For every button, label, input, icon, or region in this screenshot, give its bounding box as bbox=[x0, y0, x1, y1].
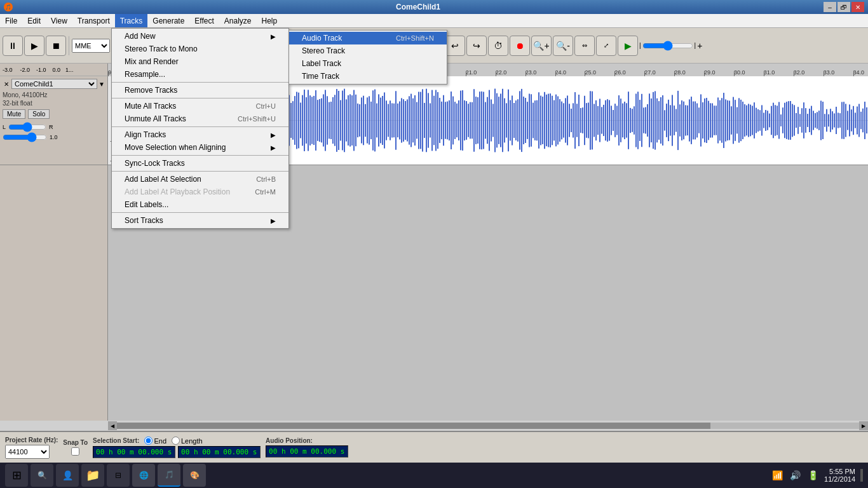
menu-view[interactable]: View bbox=[46, 14, 72, 27]
clock-area[interactable]: 5:55 PM 11/2/2014 bbox=[824, 468, 855, 483]
ruler-mark: 29.0 bbox=[704, 69, 715, 76]
audio-position-label: Audio Position: bbox=[266, 437, 348, 444]
menu-sep6 bbox=[112, 212, 288, 213]
metronome-btn[interactable]: ⏱ bbox=[488, 36, 508, 56]
add-new-item[interactable]: Add New ▶ Audio Track Ctrl+Shift+N Stere… bbox=[112, 30, 288, 43]
redo-btn[interactable]: ↪ bbox=[466, 36, 487, 56]
snap-to-group: Snap To bbox=[63, 439, 88, 456]
snap-to-checkbox[interactable] bbox=[63, 447, 88, 456]
ruler-line bbox=[764, 71, 764, 76]
sort-tracks-item[interactable]: Sort Tracks ▶ bbox=[112, 214, 288, 227]
ruler-mark: 28.0 bbox=[674, 69, 686, 76]
label-track-item[interactable]: Label Track bbox=[289, 57, 447, 70]
ruler-mark: 32.0 bbox=[794, 69, 805, 76]
mute-button[interactable]: Mute bbox=[3, 109, 25, 119]
track-controls-panel: ✕ ComeChild1 ▼ Mono, 44100Hz 32-bit floa… bbox=[0, 76, 108, 421]
zoom-in-btn[interactable]: 🔍+ bbox=[531, 36, 552, 56]
volume-sys-icon[interactable]: 🔊 bbox=[789, 469, 801, 482]
length-radio[interactable] bbox=[172, 437, 180, 445]
gain-label-r: R bbox=[49, 124, 53, 130]
pitch-slider[interactable] bbox=[642, 42, 693, 50]
menu-analyze[interactable]: Analyze bbox=[219, 14, 257, 27]
scroll-left-btn[interactable]: ◀ bbox=[108, 421, 117, 430]
show-desktop-btn[interactable] bbox=[860, 469, 863, 482]
track-name-select[interactable]: ComeChild1 bbox=[11, 79, 97, 89]
add-label-playback-label: Add Label At Playback Position bbox=[125, 187, 230, 196]
unmute-all-label: Unmute All Tracks bbox=[125, 114, 186, 123]
selection-start-input[interactable]: 00 h 00 m 00.000 s bbox=[93, 446, 175, 458]
menu-effect[interactable]: Effect bbox=[189, 14, 219, 27]
sync-lock-label: Sync-Lock Tracks bbox=[125, 159, 185, 168]
close-button[interactable]: ✕ bbox=[851, 2, 864, 12]
resample-item[interactable]: Resample... bbox=[112, 68, 288, 81]
network-icon[interactable]: 📶 bbox=[771, 469, 783, 482]
time-track-item[interactable]: Time Track bbox=[289, 70, 447, 83]
h-scrollbar-track[interactable] bbox=[117, 423, 859, 429]
menu-edit[interactable]: Edit bbox=[22, 14, 46, 27]
taskbar-app3[interactable]: 🎨 bbox=[183, 464, 206, 487]
unmute-all-item[interactable]: Unmute All Tracks Ctrl+Shift+U bbox=[112, 112, 288, 125]
start-button[interactable]: ⊞ bbox=[5, 464, 28, 487]
pause-button[interactable]: ⏸ bbox=[3, 36, 23, 56]
stop-button[interactable]: ⏹ bbox=[46, 36, 66, 56]
undo-btn[interactable]: ↩ bbox=[445, 36, 465, 56]
zoom-out-btn[interactable]: 🔍- bbox=[553, 36, 573, 56]
stereo-track-label: Stereo Track bbox=[302, 46, 345, 55]
taskbar-cortana[interactable]: 👤 bbox=[56, 464, 79, 487]
sort-tracks-label: Sort Tracks bbox=[125, 216, 163, 225]
ruler-line bbox=[585, 71, 585, 76]
play-button[interactable]: ▶ bbox=[24, 36, 44, 56]
menu-generate[interactable]: Generate bbox=[147, 14, 189, 27]
taskbar-app1[interactable]: 🌐 bbox=[132, 464, 155, 487]
zoom-sel-btn[interactable]: ⤢ bbox=[596, 36, 616, 56]
menu-sep1 bbox=[112, 82, 288, 83]
ruler-line bbox=[108, 71, 109, 76]
mix-render-item[interactable]: Mix and Render bbox=[112, 55, 288, 68]
taskbar-app2[interactable]: 🎵 bbox=[158, 464, 180, 487]
length-label-text: Length bbox=[181, 437, 203, 445]
minimize-button[interactable]: – bbox=[824, 2, 836, 12]
pitch-area: | | + bbox=[639, 41, 702, 51]
track-dropdown-arrow[interactable]: ▼ bbox=[98, 81, 105, 88]
taskbar-files[interactable]: 📁 bbox=[81, 464, 104, 487]
taskbar-search[interactable]: 🔍 bbox=[31, 464, 53, 487]
maximize-button[interactable]: 🗗 bbox=[837, 2, 850, 12]
track-info-bit: 32-bit float bbox=[3, 100, 105, 107]
sync-lock-item[interactable]: Sync-Lock Tracks bbox=[112, 157, 288, 170]
audio-track-shortcut: Ctrl+Shift+N bbox=[396, 34, 434, 42]
menu-sep4 bbox=[112, 155, 288, 156]
selection-end-input[interactable]: 00 h 00 m 00.000 s bbox=[178, 446, 261, 458]
audio-track-item[interactable]: Audio Track Ctrl+Shift+N bbox=[289, 32, 447, 44]
h-scrollbar-thumb[interactable] bbox=[117, 423, 710, 429]
ruler-line bbox=[674, 71, 675, 76]
scroll-right-btn[interactable]: ▶ bbox=[859, 421, 868, 430]
pan-slider[interactable] bbox=[8, 124, 46, 130]
stereo-track-item[interactable]: Stereo Track bbox=[289, 44, 447, 57]
align-tracks-label: Align Tracks bbox=[125, 130, 166, 139]
ruler-line bbox=[555, 71, 556, 76]
align-tracks-item[interactable]: Align Tracks ▶ bbox=[112, 128, 288, 141]
move-selection-item[interactable]: Move Selection when Aligning ▶ bbox=[112, 141, 288, 154]
mute-all-item[interactable]: Mute All Tracks Ctrl+U bbox=[112, 100, 288, 112]
end-radio[interactable] bbox=[144, 437, 153, 445]
db-label-0: 0.0 bbox=[53, 67, 61, 73]
menu-tracks[interactable]: Tracks bbox=[115, 14, 148, 27]
record-btn[interactable]: ⏺ bbox=[510, 36, 530, 56]
fit-btn[interactable]: ⇔ bbox=[574, 36, 595, 56]
add-label-item[interactable]: Add Label At Selection Ctrl+B bbox=[112, 173, 288, 186]
host-select[interactable]: MME bbox=[72, 39, 110, 53]
audio-position-input[interactable]: 00 h 00 m 00.000 s bbox=[266, 445, 348, 458]
project-rate-select[interactable]: 44100 bbox=[5, 445, 50, 459]
remove-tracks-item[interactable]: Remove Tracks bbox=[112, 84, 288, 97]
stereo-to-mono-item[interactable]: Stereo Track to Mono bbox=[112, 43, 288, 55]
play-green-btn[interactable]: ▶ bbox=[618, 36, 638, 56]
taskbar-task-view[interactable]: ⊟ bbox=[107, 464, 130, 487]
battery-icon[interactable]: 🔋 bbox=[806, 469, 819, 482]
menu-transport[interactable]: Transport bbox=[72, 14, 115, 27]
gain-slider[interactable] bbox=[3, 134, 47, 140]
menu-help[interactable]: Help bbox=[257, 14, 283, 27]
menu-file[interactable]: File bbox=[0, 14, 22, 27]
solo-button[interactable]: Solo bbox=[28, 109, 50, 119]
edit-labels-item[interactable]: Edit Labels... bbox=[112, 198, 288, 211]
track-close-button[interactable]: ✕ bbox=[3, 80, 10, 88]
